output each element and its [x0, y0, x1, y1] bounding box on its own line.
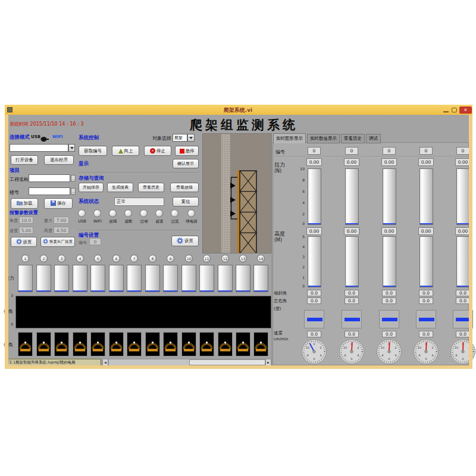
- object-select-arrow[interactable]: [187, 134, 195, 142]
- section-project: 项目: [10, 167, 20, 174]
- save-button[interactable]: 保存: [44, 198, 73, 209]
- svg-text:8: 8: [344, 354, 346, 357]
- tab-view-history[interactable]: 查看历史: [341, 134, 365, 143]
- close-button[interactable]: [459, 107, 472, 114]
- channel-tilt-indicator: [199, 332, 214, 356]
- emergency-stop-button[interactable]: 急停: [175, 146, 199, 156]
- id-field[interactable]: 0: [89, 238, 101, 245]
- channel-tilt-indicator: [253, 332, 268, 356]
- channel-tilt-indicator: [36, 332, 51, 356]
- led-overtilt: [140, 209, 148, 217]
- up-button[interactable]: 向上: [112, 146, 139, 156]
- speed-limit-value: 5.00: [19, 227, 33, 234]
- divider: [273, 156, 469, 156]
- factory-reset-label: 恢复出厂设置: [49, 239, 73, 245]
- led-label-overcurrent: 过流: [167, 219, 183, 224]
- up-button-label: 向上: [124, 148, 133, 154]
- svg-text:8: 8: [455, 354, 457, 357]
- svg-text:8: 8: [418, 354, 420, 357]
- tab-realtime-values[interactable]: 实时数值显示: [307, 134, 340, 143]
- stop-button-label: 停止: [156, 148, 165, 154]
- led-label-relay: 继电器: [182, 219, 201, 224]
- channel-number: 7: [130, 255, 138, 262]
- height-scale-tick: 4: [294, 245, 305, 249]
- force-display: 0.00: [418, 158, 434, 166]
- svg-text:2: 2: [394, 346, 396, 349]
- height-display: 0.00: [306, 227, 322, 235]
- reset-button[interactable]: 复位: [173, 197, 199, 206]
- start-save-button[interactable]: 开始保存: [79, 183, 104, 192]
- channel-tilt-indicator: [73, 332, 87, 356]
- maximize-button[interactable]: [452, 108, 457, 112]
- device-select-arrow[interactable]: [68, 144, 75, 152]
- id-set-button[interactable]: 设置: [171, 236, 199, 246]
- channel-tilt-indicator: [163, 332, 178, 356]
- led-label-wifi: WIFI: [89, 219, 106, 224]
- svg-text:2: 2: [357, 346, 359, 349]
- unit-id-display: 0: [419, 147, 433, 155]
- building-label: 楼号: [10, 189, 19, 196]
- height-display: 0.00: [381, 227, 397, 235]
- svg-text:8: 8: [381, 354, 383, 357]
- settings-button[interactable]: 设置: [11, 237, 37, 247]
- window-frame-left: [5, 115, 8, 369]
- report-button[interactable]: 生成报表: [107, 183, 133, 192]
- load-button[interactable]: 加载: [11, 198, 38, 209]
- channel-force-tank: [109, 265, 124, 292]
- chevron-down-icon: [70, 147, 74, 149]
- height-tank: [345, 236, 359, 287]
- channel-force-tank: [218, 265, 233, 292]
- led-fault: [109, 209, 117, 217]
- confirm-display-button[interactable]: 确认显示: [173, 159, 199, 168]
- channel-force-tank: [36, 265, 51, 292]
- device-select[interactable]: [10, 144, 68, 152]
- force-unit-label: (N): [274, 168, 281, 174]
- get-id-button[interactable]: 获取编号: [79, 146, 107, 156]
- building-input[interactable]: [29, 187, 70, 195]
- height-scale-tick: 1: [294, 275, 305, 280]
- force-limit-label: 重力: [44, 218, 52, 224]
- tab-realtime-graph[interactable]: 实时图形显示: [273, 133, 306, 143]
- tilt-side-display: 0.0: [456, 298, 470, 304]
- channel-number: 5: [94, 255, 102, 262]
- force-scale-tick: 10: [294, 167, 305, 171]
- object-select[interactable]: 爬架: [173, 134, 187, 142]
- tab-debug[interactable]: 调试: [366, 134, 381, 143]
- tilt-front-label: 倾斜角: [274, 290, 287, 296]
- page-title: 爬架组监测系统: [167, 117, 321, 133]
- svg-text:6: 6: [313, 358, 315, 361]
- project-name-input[interactable]: [29, 174, 70, 182]
- force-scale-tick: 6: [294, 189, 305, 193]
- settings-button-label: 设置: [23, 239, 32, 245]
- stop-button[interactable]: 停止: [144, 146, 171, 156]
- chevron-down-icon: [189, 137, 193, 139]
- tilt-level-bar: [419, 318, 434, 321]
- channel-force-tank: [73, 265, 87, 292]
- gear-icon: [177, 237, 183, 245]
- project-name-browse-button[interactable]: [71, 175, 76, 181]
- minimize-button[interactable]: [443, 111, 449, 112]
- height-limit-label: 高度: [44, 228, 52, 234]
- estop-button-label: 急停: [186, 148, 195, 154]
- speed-limit-label: 速度: [10, 228, 18, 234]
- building-browse-button[interactable]: [71, 188, 76, 195]
- history-button[interactable]: 查看历史: [138, 183, 164, 192]
- speed-unit-label: cm/min: [274, 337, 288, 342]
- scrollbar-thumb[interactable]: [189, 359, 265, 365]
- force-scale-tick: 0: [294, 221, 305, 226]
- divider: [271, 132, 272, 365]
- system-time: 系统时间 2015/11/10 14：16：3: [10, 121, 84, 127]
- tilt-level-indicator: [304, 310, 324, 328]
- channel-number: 1: [21, 255, 29, 262]
- exit-button[interactable]: 退出程序: [44, 155, 74, 165]
- height-tank: [419, 236, 433, 287]
- divider: [78, 172, 199, 173]
- tilt-side-display: 0.0: [382, 298, 396, 304]
- tab-strip: 实时图形显示 实时数值显示 查看历史 调试: [273, 133, 381, 143]
- factory-reset-button[interactable]: 恢复出厂设置: [40, 237, 75, 247]
- tilt-level-indicator: [379, 310, 399, 328]
- tilt-side-display: 0.0: [419, 298, 433, 304]
- save-button-label: 保存: [57, 201, 66, 206]
- open-device-button[interactable]: 打开设备: [11, 155, 38, 165]
- fault-button[interactable]: 查看故障: [170, 183, 199, 192]
